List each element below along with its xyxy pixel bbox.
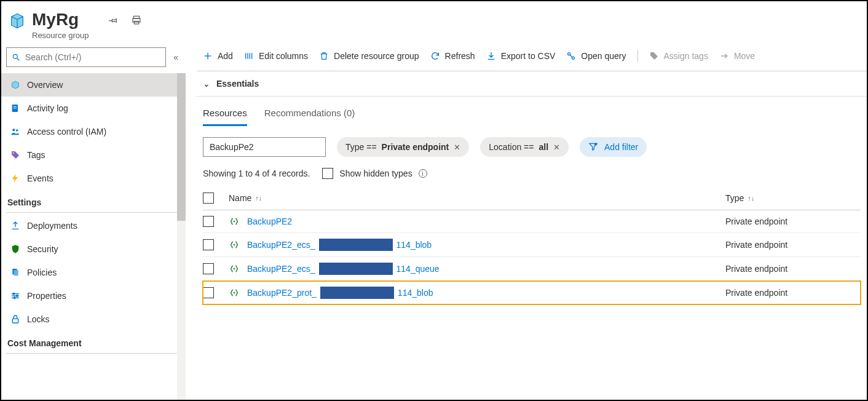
sidebar-item-tags[interactable]: Tags [1, 143, 186, 167]
svg-point-35 [234, 292, 235, 294]
sidebar-item-label: Deployments [27, 221, 77, 231]
sidebar-item-label: Overview [27, 80, 63, 90]
plus-icon [203, 51, 213, 61]
row-checkbox[interactable] [203, 216, 214, 227]
edit-columns-button[interactable]: Edit columns [244, 51, 308, 61]
svg-point-32 [234, 221, 235, 223]
table-row[interactable]: BackupPE2_ecs_114_queue Private endpoint [203, 257, 861, 281]
refresh-button[interactable]: Refresh [430, 51, 475, 61]
tab-recommendations[interactable]: Recommendations (0) [264, 108, 355, 126]
sidebar-item-overview[interactable]: Overview [1, 73, 186, 97]
close-icon[interactable]: ✕ [454, 143, 460, 152]
resources-table: Name ↑↓ Type ↑↓ BackupPE2 Private endpoi… [197, 189, 867, 304]
close-icon[interactable]: ✕ [553, 143, 560, 152]
svg-rect-6 [14, 106, 17, 107]
sliders-icon [10, 290, 21, 301]
row-checkbox[interactable] [203, 287, 214, 298]
redacted-segment [319, 239, 393, 251]
print-icon[interactable] [131, 15, 142, 26]
sidebar-item-activity-log[interactable]: Activity log [1, 97, 186, 120]
table-row[interactable]: BackupPE2_prot_114_blob Private endpoint [203, 281, 861, 304]
sidebar-item-security[interactable]: Security [1, 237, 186, 261]
records-count: Showing 1 to 4 of 4 records. [203, 169, 310, 178]
lightning-icon [10, 173, 21, 184]
column-name-header[interactable]: Name ↑↓ [229, 193, 718, 203]
table-row[interactable]: BackupPE2_ecs_114_blob Private endpoint [203, 233, 861, 257]
sidebar-item-label: Security [27, 244, 58, 254]
add-filter-button[interactable]: Add filter [580, 137, 647, 157]
resource-link[interactable]: BackupPE2_ecs_ [247, 264, 315, 274]
upload-icon [10, 220, 21, 231]
status-row: Showing 1 to 4 of 4 records. Show hidden… [197, 164, 867, 189]
delete-rg-button[interactable]: Delete resource group [319, 51, 419, 61]
svg-point-16 [13, 293, 15, 295]
query-icon [566, 51, 576, 61]
svg-point-3 [13, 54, 17, 58]
resource-type: Private endpoint [725, 264, 861, 274]
resource-type: Private endpoint [725, 240, 861, 250]
private-endpoint-icon [229, 287, 240, 298]
sidebar-search[interactable] [6, 47, 166, 67]
show-hidden-checkbox[interactable] [322, 168, 333, 179]
filter-type-pill[interactable]: Type == Private endpoint ✕ [337, 137, 469, 157]
svg-point-18 [14, 297, 15, 299]
sidebar-scrollbar-thumb[interactable] [177, 73, 186, 221]
move-button[interactable]: Move [719, 51, 755, 61]
sidebar-item-properties[interactable]: Properties [1, 284, 186, 308]
select-all-checkbox[interactable] [203, 193, 214, 204]
page-title: MyRg [32, 10, 89, 30]
private-endpoint-icon [229, 263, 240, 274]
chevron-down-icon: ⌄ [203, 79, 210, 89]
sidebar-item-label: Properties [27, 291, 66, 301]
svg-point-9 [16, 129, 18, 131]
sidebar-item-label: Access control (IAM) [27, 127, 106, 137]
filter-location-pill[interactable]: Location == all ✕ [480, 137, 569, 157]
essentials-toggle[interactable]: ⌄ Essentials [197, 71, 867, 97]
sidebar-collapse-button[interactable]: « [171, 50, 181, 65]
people-icon [10, 126, 21, 137]
pin-icon[interactable] [108, 15, 119, 26]
search-icon [12, 53, 20, 62]
tag-icon [10, 149, 21, 161]
tab-resources[interactable]: Resources [203, 108, 247, 126]
private-endpoint-icon [229, 216, 240, 227]
info-icon[interactable]: i [419, 169, 427, 178]
column-type-header[interactable]: Type ↑↓ [725, 193, 861, 203]
resource-link[interactable]: BackupPE2 [247, 216, 292, 226]
sidebar-item-deployments[interactable]: Deployments [1, 214, 186, 237]
svg-rect-2 [134, 22, 139, 25]
cube-icon [10, 79, 21, 90]
sidebar-scrollbar[interactable]: ▲ [177, 73, 186, 400]
sidebar-item-policies[interactable]: Policies [1, 261, 186, 284]
open-query-button[interactable]: Open query [566, 51, 626, 61]
sidebar-item-locks[interactable]: Locks [1, 308, 186, 331]
shield-icon [10, 244, 21, 255]
lock-icon [10, 314, 21, 325]
resource-type: Private endpoint [725, 288, 861, 298]
assign-tags-button[interactable]: Assign tags [649, 51, 708, 61]
download-icon [486, 51, 496, 61]
row-checkbox[interactable] [203, 239, 214, 250]
policy-icon [10, 267, 21, 278]
sidebar-item-events[interactable]: Events [1, 167, 186, 190]
row-checkbox[interactable] [203, 263, 214, 274]
svg-point-33 [234, 244, 235, 246]
export-csv-button[interactable]: Export to CSV [486, 51, 556, 61]
filter-text-input[interactable] [203, 137, 326, 157]
sidebar-item-label: Activity log [27, 103, 68, 113]
tabs: Resources Recommendations (0) [197, 97, 867, 126]
resource-link[interactable]: BackupPE2_ecs_ [247, 240, 315, 250]
sidebar-item-access-control[interactable]: Access control (IAM) [1, 120, 186, 143]
toolbar: Add Edit columns Delete resource group R… [197, 44, 867, 71]
page-subtitle: Resource group [32, 31, 89, 40]
arrow-right-icon [719, 51, 729, 61]
sidebar-item-label: Policies [27, 268, 57, 277]
svg-rect-12 [14, 270, 18, 276]
sidebar-item-label: Locks [27, 314, 50, 324]
table-row[interactable]: BackupPE2 Private endpoint [203, 210, 861, 233]
add-button[interactable]: Add [203, 51, 233, 61]
filter-row: Type == Private endpoint ✕ Location == a… [197, 126, 867, 164]
table-header: Name ↑↓ Type ↑↓ [203, 189, 861, 210]
sidebar-search-input[interactable] [25, 52, 160, 62]
resource-link[interactable]: BackupPE2_prot_ [247, 288, 317, 298]
